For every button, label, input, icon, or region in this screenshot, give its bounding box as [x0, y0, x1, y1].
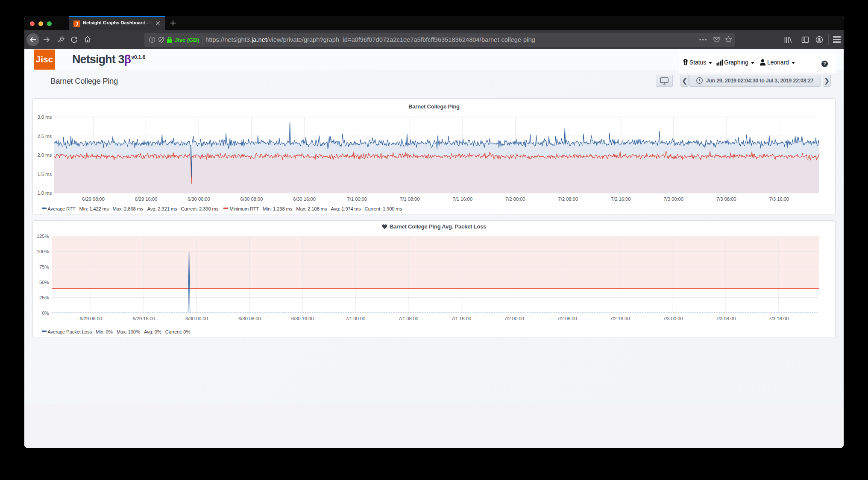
svg-text:75%: 75% [39, 264, 49, 269]
svg-text:0%: 0% [42, 310, 49, 316]
svg-text:6/29 16:00: 6/29 16:00 [135, 196, 157, 201]
svg-text:7/3 00:00: 7/3 00:00 [663, 316, 683, 321]
svg-text:7/1 16:00: 7/1 16:00 [453, 196, 473, 201]
svg-text:6/30 00:00: 6/30 00:00 [188, 196, 210, 201]
svg-text:7/1 16:00: 7/1 16:00 [451, 316, 471, 321]
svg-text:7/2 00:00: 7/2 00:00 [504, 316, 524, 321]
svg-text:7/3 08:00: 7/3 08:00 [716, 196, 736, 201]
svg-text:6/29 08:00: 6/29 08:00 [82, 196, 105, 201]
svg-text:7/2 16:00: 7/2 16:00 [610, 316, 630, 321]
svg-text:7/3 00:00: 7/3 00:00 [663, 196, 683, 201]
svg-text:7/2 00:00: 7/2 00:00 [505, 196, 525, 201]
svg-text:7/3 16:00: 7/3 16:00 [769, 196, 789, 201]
svg-text:6/30 08:00: 6/30 08:00 [240, 196, 263, 201]
svg-text:7/3 08:00: 7/3 08:00 [716, 316, 736, 321]
svg-text:1.0 ms: 1.0 ms [37, 190, 52, 196]
svg-text:6/29 16:00: 6/29 16:00 [132, 316, 155, 321]
svg-text:2.5 ms: 2.5 ms [37, 133, 52, 138]
svg-text:7/3 16:00: 7/3 16:00 [769, 316, 789, 321]
svg-text:3.0 ms: 3.0 ms [37, 114, 52, 120]
svg-text:7/2 08:00: 7/2 08:00 [557, 316, 577, 321]
svg-text:6/30 00:00: 6/30 00:00 [185, 316, 208, 321]
svg-text:7/1 00:00: 7/1 00:00 [347, 196, 367, 201]
svg-text:?: ? [823, 61, 826, 66]
svg-text:1.5 ms: 1.5 ms [37, 171, 52, 176]
svg-text:100%: 100% [37, 249, 49, 254]
svg-text:6/30 16:00: 6/30 16:00 [293, 196, 316, 201]
svg-text:7/2 08:00: 7/2 08:00 [558, 196, 578, 201]
svg-text:125%: 125% [37, 233, 49, 239]
svg-text:25%: 25% [39, 295, 49, 300]
svg-text:6/29 08:00: 6/29 08:00 [79, 316, 102, 321]
svg-text:7/1 00:00: 7/1 00:00 [346, 316, 366, 321]
svg-text:7/1 08:00: 7/1 08:00 [400, 196, 420, 201]
svg-text:7/2 16:00: 7/2 16:00 [611, 196, 631, 201]
svg-text:6/30 08:00: 6/30 08:00 [238, 316, 261, 321]
svg-text:2.0 ms: 2.0 ms [37, 152, 52, 158]
svg-text:50%: 50% [39, 279, 49, 285]
svg-text:7/1 08:00: 7/1 08:00 [399, 316, 419, 321]
svg-text:6/30 16:00: 6/30 16:00 [291, 316, 314, 321]
